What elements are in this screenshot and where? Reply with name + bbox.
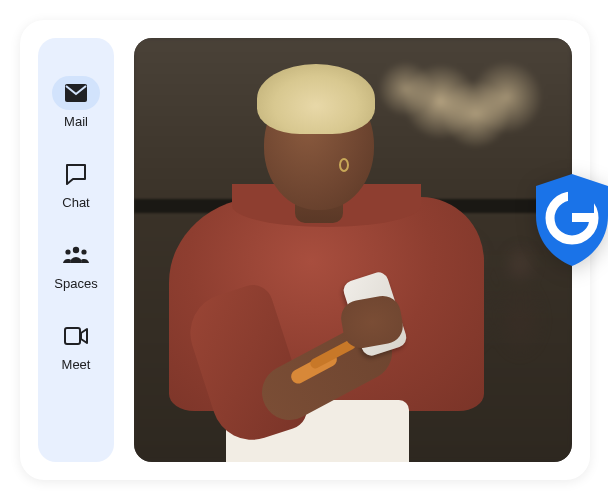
spaces-icon-wrap <box>52 238 100 272</box>
sidebar-item-meet[interactable]: Meet <box>52 319 100 372</box>
mail-icon-wrap <box>52 76 100 110</box>
mail-icon <box>65 84 87 102</box>
google-shield-icon <box>530 172 608 268</box>
chat-icon-wrap <box>52 157 100 191</box>
photo-scene <box>134 38 572 462</box>
svg-point-1 <box>65 249 70 254</box>
spaces-icon <box>63 245 89 265</box>
svg-point-0 <box>73 247 79 253</box>
sidebar-item-mail[interactable]: Mail <box>52 76 100 129</box>
svg-point-2 <box>81 249 86 254</box>
sidebar-item-label: Chat <box>62 195 89 210</box>
svg-rect-3 <box>65 328 80 344</box>
chat-icon <box>65 163 87 185</box>
svg-rect-6 <box>572 213 596 222</box>
sidebar-item-spaces[interactable]: Spaces <box>52 238 100 291</box>
sidebar-item-label: Spaces <box>54 276 97 291</box>
sidebar-item-label: Mail <box>64 114 88 129</box>
sidebar: Mail Chat Spaces <box>38 38 114 462</box>
svg-rect-5 <box>568 186 594 214</box>
meet-icon <box>64 327 88 345</box>
app-card: Mail Chat Spaces <box>20 20 590 480</box>
hero-photo <box>134 38 572 462</box>
sidebar-item-label: Meet <box>62 357 91 372</box>
sidebar-item-chat[interactable]: Chat <box>52 157 100 210</box>
meet-icon-wrap <box>52 319 100 353</box>
google-shield-badge <box>530 172 608 268</box>
